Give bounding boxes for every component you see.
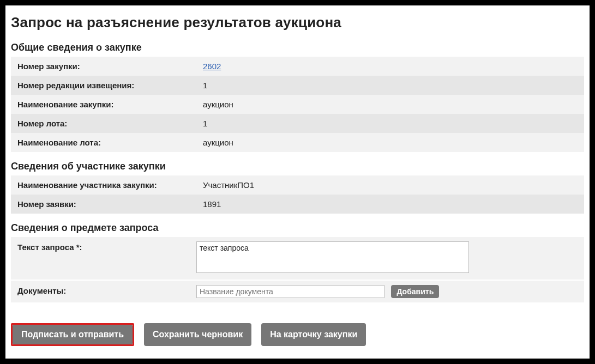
primary-highlight: Подписать и отправить	[11, 323, 134, 346]
application-number-value: 1891	[196, 195, 584, 214]
notice-revision-value: 1	[196, 76, 584, 95]
section-title-request: Сведения о предмете запроса	[11, 222, 584, 234]
general-info-table: Номер закупки: 2602 Номер редакции извещ…	[11, 57, 584, 152]
purchase-name-value: аукцион	[196, 95, 584, 114]
request-text-row: Текст запроса *:	[11, 237, 584, 280]
lot-name-label: Наименование лота:	[11, 133, 196, 152]
documents-label: Документы:	[17, 285, 196, 295]
table-row: Номер редакции извещения: 1	[11, 76, 584, 95]
table-row: Наименование участника закупки: Участник…	[11, 175, 584, 195]
table-row: Номер заявки: 1891	[11, 195, 584, 214]
request-text-label: Текст запроса *:	[17, 241, 196, 252]
lot-name-value: аукцион	[196, 133, 584, 152]
purchase-number-label: Номер закупки:	[11, 57, 196, 76]
purchase-name-label: Наименование закупки:	[11, 95, 196, 114]
to-purchase-card-button[interactable]: На карточку закупки	[261, 323, 366, 346]
table-row: Наименование закупки: аукцион	[11, 95, 584, 114]
lot-number-value: 1	[196, 114, 584, 133]
table-row: Наименование лота: аукцион	[11, 133, 584, 152]
documents-row: Документы: Добавить	[11, 281, 584, 302]
table-row: Номер лота: 1	[11, 114, 584, 133]
add-document-button[interactable]: Добавить	[391, 285, 439, 298]
participant-name-value: УчастникПО1	[196, 175, 584, 195]
action-bar: Подписать и отправить Сохранить черновик…	[11, 323, 584, 346]
sign-and-send-button[interactable]: Подписать и отправить	[13, 325, 133, 344]
section-title-general: Общие сведения о закупке	[11, 42, 584, 53]
participant-name-label: Наименование участника закупки:	[11, 175, 196, 195]
application-number-label: Номер заявки:	[11, 195, 196, 214]
document-name-input[interactable]	[196, 285, 384, 298]
purchase-number-link[interactable]: 2602	[203, 62, 221, 71]
request-text-input[interactable]	[196, 241, 469, 273]
section-title-participant: Сведения об участнике закупки	[11, 161, 584, 172]
participant-info-table: Наименование участника закупки: Участник…	[11, 175, 584, 214]
page-title: Запрос на разъяснение результатов аукцио…	[11, 14, 584, 31]
page-container: Запрос на разъяснение результатов аукцио…	[5, 5, 590, 359]
purchase-number-value: 2602	[196, 57, 584, 76]
notice-revision-label: Номер редакции извещения:	[11, 76, 196, 95]
lot-number-label: Номер лота:	[11, 114, 196, 133]
save-draft-button[interactable]: Сохранить черновик	[144, 323, 251, 346]
table-row: Номер закупки: 2602	[11, 57, 584, 76]
